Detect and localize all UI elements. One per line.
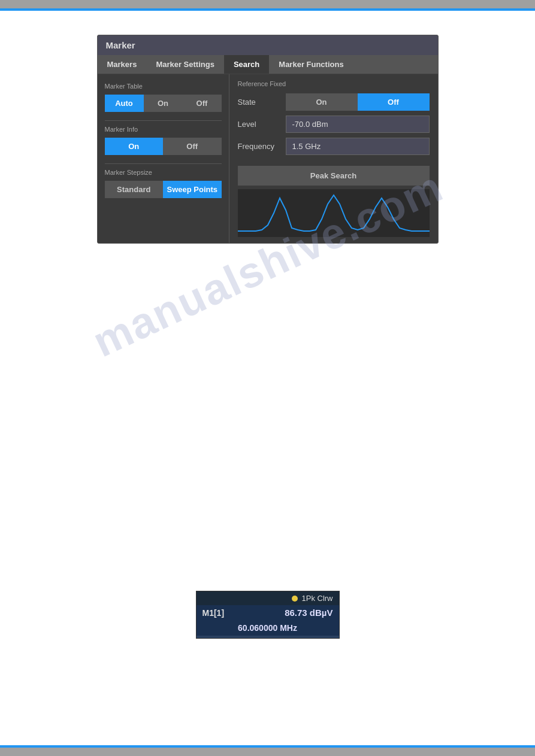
frequency-value[interactable]: 1.5 GHz [286,138,430,155]
marker-stepsize-label: Marker Stepsize [105,169,222,176]
bottom-bar-accent [0,745,535,748]
reference-fixed-label: Reference Fixed [238,80,430,87]
dialog-body: Marker Table Auto On Off Marker Info On … [98,74,438,243]
level-row: Level -70.0 dBm [238,116,430,133]
top-bar [0,0,535,11]
state-label: State [238,98,286,107]
peak-search-btn[interactable]: Peak Search [238,166,430,186]
info-box-row1: M1[1] 86.73 dBµV [197,605,339,620]
info-box-footer [197,636,339,638]
marker-table-on-btn[interactable]: On [144,95,183,112]
info-value: 86.73 dBµV [285,608,333,618]
tab-marker-settings[interactable]: Marker Settings [146,55,224,74]
marker-info-on-btn[interactable]: On [105,138,164,155]
tab-markers[interactable]: Markers [98,55,147,74]
marker-stepsize-btn-group: Standard Sweep Points [105,181,222,198]
level-label: Level [238,120,286,129]
waveform-area [238,189,430,237]
info-m1-label: M1[1] [202,608,225,618]
info-box: 1Pk Clrw M1[1] 86.73 dBµV 60.060000 MHz [196,591,340,639]
marker-table-auto-btn[interactable]: Auto [105,95,144,112]
dialog-title: Marker [98,35,438,55]
marker-table-label: Marker Table [105,83,222,90]
info-header-text: 1Pk Clrw [301,594,333,603]
left-panel: Marker Table Auto On Off Marker Info On … [98,74,229,243]
state-btn-group: On Off [286,93,430,111]
divider2 [105,163,222,164]
tab-marker-functions[interactable]: Marker Functions [269,55,353,74]
waveform-svg [238,189,430,237]
info-box-header: 1Pk Clrw [197,591,339,605]
marker-dialog: Marker Markers Marker Settings Search Ma… [97,35,439,244]
frequency-row: Frequency 1.5 GHz [238,138,430,155]
tab-search[interactable]: Search [224,55,269,74]
divider1 [105,120,222,121]
state-row: State On Off [238,93,430,111]
dot-indicator [292,596,298,602]
level-value[interactable]: -70.0 dBm [286,116,430,133]
bottom-bar [0,745,535,756]
marker-table-btn-group: Auto On Off [105,95,222,112]
svg-rect-0 [238,189,430,237]
frequency-label: Frequency [238,142,286,151]
info-freq: 60.060000 MHz [238,623,297,633]
content-area: Marker Markers Marker Settings Search Ma… [0,11,535,663]
state-off-btn[interactable]: Off [358,93,430,111]
stepsize-standard-btn[interactable]: Standard [105,181,164,198]
tabs-row: Markers Marker Settings Search Marker Fu… [98,55,438,74]
right-panel: Reference Fixed State On Off Level -70.0… [229,74,438,243]
marker-info-label: Marker Info [105,126,222,133]
stepsize-sweep-btn[interactable]: Sweep Points [163,181,222,198]
dialog-title-text: Marker [106,40,135,50]
marker-info-btn-group: On Off [105,138,222,155]
info-box-row2: 60.060000 MHz [197,620,339,636]
top-bar-accent [0,8,535,11]
marker-table-off-btn[interactable]: Off [183,95,222,112]
marker-info-off-btn[interactable]: Off [163,138,222,155]
state-on-btn[interactable]: On [286,93,358,111]
